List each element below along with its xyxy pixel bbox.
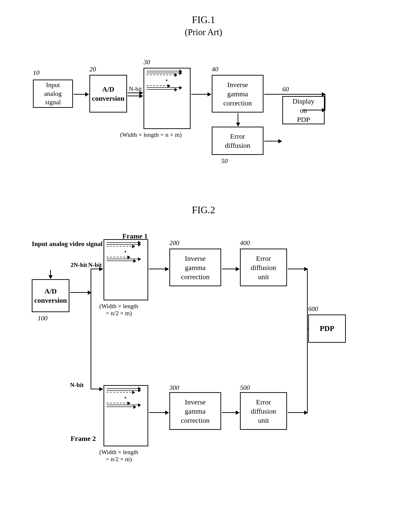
fig2-diagram: Input analog video signal A/D conversion… bbox=[19, 225, 388, 508]
arrow-ad-to-frame-bot bbox=[127, 95, 143, 96]
f2-igc1-label: Inversegammacorrection bbox=[181, 254, 210, 281]
f1-igc-box: Inversegammacorrection bbox=[212, 75, 264, 112]
arrow-to-frame1 bbox=[91, 269, 103, 269]
arrow-ad-to-frame-top bbox=[127, 93, 143, 93]
arrow-v-to-disp bbox=[325, 94, 325, 110]
ref-500: 500 bbox=[240, 384, 250, 391]
ref-20: 20 bbox=[89, 65, 96, 73]
arrow-to-disp2 bbox=[303, 110, 325, 111]
frame1-label: Frame 1 bbox=[122, 232, 148, 240]
arrow-igc1-to-err1 bbox=[222, 269, 239, 269]
arrow-igc2-to-err2 bbox=[222, 412, 239, 413]
ref-40: 40 bbox=[212, 65, 218, 73]
f1-input-box: Inputanalogsignal bbox=[33, 79, 73, 108]
ref-400: 400 bbox=[240, 239, 250, 247]
f2-input-label: Input analog video signal bbox=[32, 239, 102, 248]
arrow-input-to-ad bbox=[50, 270, 51, 279]
frame2-dots-2: • bbox=[107, 394, 145, 402]
arrow-frame2-to-igc2 bbox=[149, 412, 169, 413]
ref-10: 10 bbox=[33, 69, 39, 77]
ref-50: 50 bbox=[221, 157, 228, 165]
f2-err1-box: Errordiffusionunit bbox=[240, 249, 287, 286]
fig1-title: FIG.1 bbox=[19, 14, 388, 25]
ref-600: 600 bbox=[308, 305, 318, 313]
arrow-err2-to-pdp bbox=[288, 412, 308, 413]
f1-ad-box: A/D conversion bbox=[89, 75, 127, 112]
f2-igc2-label: Inversegammacorrection bbox=[181, 397, 210, 425]
arrow-input-to-ad bbox=[74, 94, 89, 95]
nbit2-label-fig2: N-bit bbox=[70, 381, 84, 389]
f2-err2-label: Errordiffusionunit bbox=[251, 397, 276, 425]
fig1-diagram: 10 20 30 40 50 60 Inputanalogsignal A/D … bbox=[19, 49, 388, 181]
f1-frame-box: • bbox=[143, 68, 191, 129]
f2-err1-label: Errordiffusionunit bbox=[251, 254, 276, 281]
arrow-err1-to-pdp bbox=[288, 269, 308, 269]
f1-input-label: Inputanalogsignal bbox=[44, 81, 62, 106]
arrow-err-to-disp bbox=[264, 141, 282, 142]
v-line-to-frame1 bbox=[91, 269, 91, 293]
arrow-igc-to-err bbox=[238, 113, 238, 126]
f2-frame1-box: • bbox=[103, 239, 148, 300]
f2-frame2-box: • bbox=[103, 385, 148, 446]
fig2-wrapper: FIG.2 Input analog video signal A/D conv… bbox=[19, 204, 388, 508]
fig1-subtitle: (Prior Art) bbox=[19, 27, 388, 37]
arrow-igc-to-disp-h bbox=[264, 94, 325, 95]
f2-igc2-box: Inversegammacorrection bbox=[169, 392, 221, 430]
v-line-err1-pdp bbox=[307, 269, 308, 329]
f1-err-label: Errordiffusion bbox=[225, 132, 250, 150]
f1-ad-label: A/D conversion bbox=[90, 85, 126, 103]
f2-pdp-label: PDP bbox=[320, 324, 334, 333]
page: FIG.1 (Prior Art) 10 20 30 40 50 60 Inpu… bbox=[0, 0, 407, 532]
ref-300: 300 bbox=[169, 384, 179, 391]
nbit-label: N-bit bbox=[129, 86, 142, 93]
arrow-frame1-to-igc1 bbox=[149, 269, 169, 269]
f1-err-box: Errordiffusion bbox=[212, 127, 264, 155]
v-line-err2-pdp bbox=[307, 329, 308, 413]
f2-frame2-size-label: (Width × length= n/2 × m) bbox=[87, 449, 151, 463]
ref-30: 30 bbox=[143, 58, 150, 66]
nbit1-label-fig2: N-bit bbox=[88, 262, 102, 269]
f1-igc-label: Inversegammacorrection bbox=[223, 80, 252, 108]
frame-dots-1: • bbox=[147, 77, 188, 85]
frame2-label: Frame 2 bbox=[70, 435, 96, 443]
fig2-title: FIG.2 bbox=[19, 204, 388, 216]
2nbit-label: 2N-bit bbox=[70, 262, 87, 269]
f2-ad-box: A/D conversion bbox=[32, 279, 69, 312]
f1-frame-label: (Width × length = n × m) bbox=[120, 131, 182, 138]
arrow-ad-out bbox=[70, 292, 91, 293]
ref-200: 200 bbox=[169, 239, 179, 247]
arrow-to-frame2 bbox=[91, 389, 103, 389]
f2-pdp-box: PDP bbox=[308, 315, 346, 343]
f2-err2-box: Errordiffusionunit bbox=[240, 392, 287, 430]
ref-60: 60 bbox=[282, 86, 289, 93]
f2-frame1-size-label: (Width × length= n/2 × m) bbox=[87, 303, 151, 317]
f2-igc1-box: Inversegammacorrection bbox=[169, 249, 221, 286]
frame2-dots-1: • bbox=[107, 248, 145, 256]
arrow-frame-to-igc bbox=[191, 94, 211, 95]
f2-ad-label: A/D conversion bbox=[32, 286, 69, 305]
ref-100: 100 bbox=[38, 315, 47, 322]
